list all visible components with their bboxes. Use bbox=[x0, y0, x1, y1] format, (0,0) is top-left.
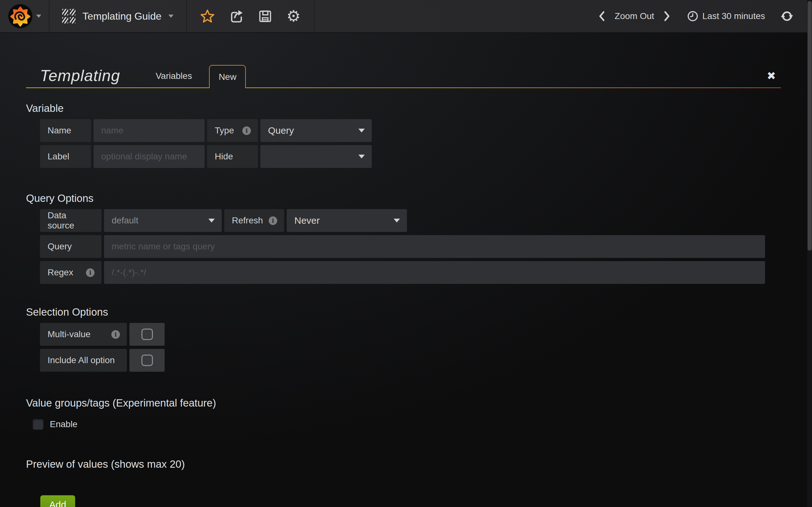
dashboard-grid-icon bbox=[62, 9, 75, 23]
time-range-label: Last 30 minutes bbox=[702, 11, 765, 21]
value-groups-heading: Value groups/tags (Experimental feature) bbox=[26, 397, 781, 409]
query-label: Query bbox=[40, 235, 101, 258]
chevron-down-icon bbox=[358, 129, 365, 132]
chevron-down-icon bbox=[36, 14, 41, 18]
chevron-down-icon bbox=[358, 155, 365, 158]
name-input[interactable] bbox=[94, 119, 205, 142]
grafana-logo-icon bbox=[8, 3, 33, 29]
datasource-select[interactable]: default bbox=[104, 209, 222, 232]
variable-name-row: Name Type i Query bbox=[40, 119, 781, 142]
chevron-down-icon bbox=[208, 219, 215, 222]
multi-value-label: Multi-value i bbox=[40, 323, 127, 346]
query-row: Query bbox=[40, 235, 781, 258]
enable-label: Enable bbox=[50, 419, 78, 429]
refresh-button[interactable] bbox=[780, 9, 794, 23]
tab-variables[interactable]: Variables bbox=[152, 71, 196, 88]
datasource-row: Data source default Refresh i Never bbox=[40, 209, 781, 232]
settings-gear-button[interactable]: ⚙ bbox=[287, 8, 301, 24]
regex-row: Regex i bbox=[40, 261, 781, 284]
include-all-checkbox[interactable] bbox=[130, 349, 165, 372]
type-select[interactable]: Query bbox=[260, 119, 372, 142]
info-icon[interactable]: i bbox=[269, 216, 277, 225]
hide-label: Hide bbox=[207, 145, 258, 168]
multi-value-row: Multi-value i bbox=[40, 323, 781, 346]
dashboard-actions: ⚙ bbox=[187, 0, 315, 32]
type-label: Type i bbox=[207, 119, 258, 142]
multi-value-checkbox[interactable] bbox=[130, 323, 165, 346]
hide-select[interactable] bbox=[260, 145, 372, 168]
name-label: Name bbox=[40, 119, 91, 142]
refresh-select[interactable]: Never bbox=[287, 209, 407, 232]
preview-heading: Preview of values (shows max 20) bbox=[26, 458, 781, 470]
clock-icon bbox=[687, 10, 699, 22]
zoom-out-button[interactable]: Zoom Out bbox=[615, 11, 654, 21]
query-options-heading: Query Options bbox=[26, 192, 781, 205]
dashboard-title: Templating Guide bbox=[83, 10, 161, 22]
close-icon[interactable]: ✖ bbox=[767, 70, 776, 81]
save-button[interactable] bbox=[258, 9, 272, 23]
include-all-row: Include All option bbox=[40, 349, 781, 372]
type-select-value: Query bbox=[268, 125, 294, 136]
info-icon[interactable]: i bbox=[242, 126, 251, 135]
chevron-down-icon bbox=[168, 14, 173, 18]
label-input[interactable] bbox=[94, 145, 205, 168]
templating-panel: Templating Variables New ✖ Variable Name… bbox=[26, 33, 781, 507]
navbar: Templating Guide ⚙ bbox=[0, 0, 812, 33]
grafana-menu-button[interactable] bbox=[0, 0, 49, 32]
regex-label: Regex i bbox=[40, 261, 101, 284]
templating-tabbar: Templating Variables New ✖ bbox=[26, 33, 781, 88]
time-range-picker[interactable]: Last 30 minutes bbox=[687, 10, 765, 22]
share-button[interactable] bbox=[229, 9, 244, 24]
checkbox-icon bbox=[142, 329, 153, 340]
selection-options-heading: Selection Options bbox=[26, 306, 781, 319]
variable-label-row: Label Hide bbox=[40, 145, 781, 168]
checkbox-icon bbox=[142, 354, 153, 366]
tab-new[interactable]: New bbox=[209, 65, 246, 88]
refresh-label: Refresh i bbox=[224, 209, 284, 232]
include-all-label: Include All option bbox=[40, 349, 127, 372]
query-input[interactable] bbox=[104, 235, 765, 258]
datasource-label: Data source bbox=[40, 209, 101, 232]
page-title: Templating bbox=[26, 66, 120, 88]
refresh-select-value: Never bbox=[294, 215, 320, 226]
enable-row: Enable bbox=[33, 419, 781, 430]
dashboard-title-button[interactable]: Templating Guide bbox=[49, 0, 187, 32]
chevron-down-icon bbox=[394, 219, 400, 222]
enable-checkbox[interactable] bbox=[33, 419, 44, 430]
datasource-select-value: default bbox=[112, 216, 138, 226]
star-button[interactable] bbox=[200, 9, 215, 23]
variable-section-heading: Variable bbox=[26, 102, 781, 115]
label-label: Label bbox=[40, 145, 91, 168]
time-shift-left-button[interactable] bbox=[598, 11, 605, 21]
scrollbar-thumb[interactable] bbox=[808, 1, 812, 250]
timepicker-controls: Zoom Out Last 30 minutes bbox=[598, 0, 812, 32]
info-icon[interactable]: i bbox=[86, 268, 95, 277]
info-icon[interactable]: i bbox=[111, 330, 120, 339]
add-button[interactable]: Add bbox=[40, 495, 75, 507]
time-shift-right-button[interactable] bbox=[664, 11, 670, 21]
regex-input[interactable] bbox=[104, 261, 765, 284]
